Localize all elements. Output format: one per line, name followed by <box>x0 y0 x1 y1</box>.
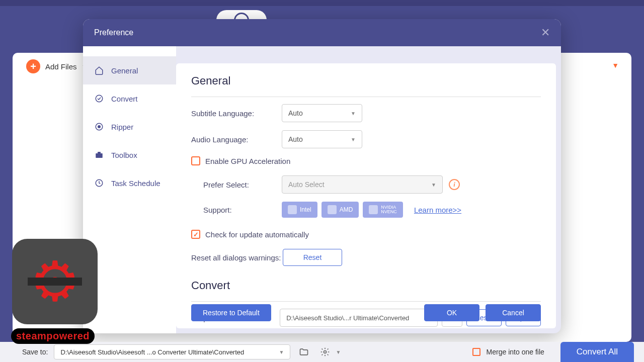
bottom-bar: Save to: D:\Aiseesoft Studio\Aiseesoft .… <box>0 342 644 362</box>
section-heading-general: General <box>191 74 541 87</box>
divider <box>191 97 541 97</box>
schedule-icon <box>94 178 104 188</box>
chevron-down-icon[interactable]: ▼ <box>336 349 341 355</box>
svg-rect-3 <box>96 153 103 158</box>
prefer-select-dropdown[interactable]: Auto Select ▼ <box>282 175 443 194</box>
ok-button[interactable]: OK <box>424 304 479 321</box>
convert-all-button[interactable]: Convert All <box>560 342 634 362</box>
sidebar-label: Convert <box>111 95 138 103</box>
cancel-button[interactable]: Cancel <box>486 304 541 321</box>
gpu-acceleration-checkbox[interactable] <box>191 156 200 165</box>
nvidia-chip: NVIDIANVENC <box>363 202 403 218</box>
amd-chip: AMD <box>321 202 359 218</box>
open-folder-icon[interactable] <box>296 344 311 359</box>
audio-language-label: Audio Language: <box>191 135 282 144</box>
save-to-path-select[interactable]: D:\Aiseesoft Studio\Aiseesoft ...o Conve… <box>54 344 290 359</box>
add-files-button[interactable]: + Add Files ▼ <box>20 56 93 76</box>
close-icon[interactable]: ✕ <box>541 26 550 39</box>
subtitle-language-label: Subtitle Language: <box>191 109 282 118</box>
prefer-select-label: Prefer Select: <box>191 180 282 189</box>
chevron-down-icon: ▼ <box>279 349 284 355</box>
app-title-bar <box>0 0 644 6</box>
reset-dialogs-label: Reset all dialogs warnings: <box>191 253 283 262</box>
reset-dialogs-button[interactable]: Reset <box>283 249 342 266</box>
section-heading-convert: Convert <box>191 279 541 292</box>
sidebar-label: Task Schedule <box>111 179 160 188</box>
preferences-sidebar: General Convert Ripper Toolbox Task Sche… <box>83 46 176 333</box>
sidebar-item-task-schedule[interactable]: Task Schedule <box>83 169 176 197</box>
home-icon <box>94 65 104 75</box>
format-dropdown-caret[interactable]: ▼ <box>612 61 619 69</box>
svg-point-6 <box>324 351 327 353</box>
auto-update-label: Check for update automatically <box>205 230 309 239</box>
merge-label: Merge into one file <box>487 348 544 356</box>
svg-rect-4 <box>98 152 101 153</box>
modal-header: Preference ✕ <box>83 19 561 46</box>
sidebar-item-ripper[interactable]: Ripper <box>83 113 176 141</box>
sidebar-label: Toolbox <box>111 151 137 159</box>
intel-chip: Intel <box>282 202 317 218</box>
ripper-icon <box>94 122 104 132</box>
merge-checkbox[interactable] <box>472 348 480 356</box>
info-icon[interactable]: i <box>449 179 460 190</box>
settings-icon[interactable] <box>317 344 333 359</box>
chevron-down-icon: ▼ <box>431 182 436 188</box>
save-to-label: Save to: <box>22 348 48 356</box>
sidebar-item-general[interactable]: General <box>83 56 176 84</box>
restore-default-button[interactable]: Restore to Default <box>191 304 271 321</box>
convert-icon <box>94 94 104 104</box>
gpu-acceleration-label: Enable GPU Acceleration <box>205 157 290 165</box>
audio-language-select[interactable]: Auto ▼ <box>282 130 362 148</box>
svg-point-0 <box>96 95 103 102</box>
chevron-down-icon: ▼ <box>351 137 356 142</box>
preferences-modal: Preference ✕ General Convert Ripper To <box>83 19 561 333</box>
auto-update-checkbox[interactable] <box>191 230 200 239</box>
sidebar-item-convert[interactable]: Convert <box>83 84 176 113</box>
svg-point-2 <box>98 126 101 128</box>
preferences-content: General Subtitle Language: Auto ▼ Audio … <box>176 63 556 328</box>
sidebar-item-toolbox[interactable]: Toolbox <box>83 141 176 169</box>
subtitle-language-select[interactable]: Auto ▼ <box>282 104 362 122</box>
learn-more-link[interactable]: Learn more>> <box>414 206 461 214</box>
sidebar-label: Ripper <box>111 123 133 131</box>
support-label: Support: <box>191 206 282 214</box>
plus-icon: + <box>26 59 40 73</box>
toolbox-icon <box>94 150 104 160</box>
add-files-label: Add Files <box>45 62 77 71</box>
modal-title: Preference <box>94 28 133 37</box>
chevron-down-icon: ▼ <box>351 111 356 116</box>
sidebar-label: General <box>111 66 138 75</box>
